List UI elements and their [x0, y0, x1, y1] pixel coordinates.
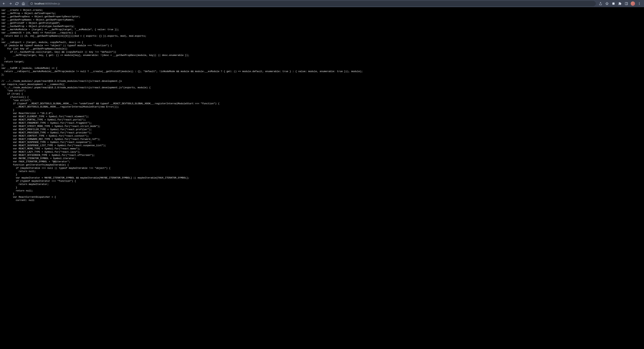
page-content[interactable]: var __create = Object.create; var __defP…: [0, 7, 644, 349]
devtools-button[interactable]: [611, 1, 616, 6]
devtools-icon: [612, 2, 615, 5]
share-button[interactable]: [598, 1, 603, 6]
svg-rect-5: [612, 2, 614, 5]
svg-point-10: [639, 4, 640, 5]
dots-vertical-icon: [638, 2, 641, 5]
share-icon: [599, 2, 602, 5]
arrow-right-icon: [9, 2, 12, 5]
nav-buttons: [2, 1, 26, 6]
puzzle-icon: [618, 2, 622, 5]
svg-marker-4: [606, 2, 608, 5]
info-icon: [30, 2, 33, 5]
svg-point-9: [639, 4, 640, 4]
profile-button[interactable]: [630, 1, 636, 6]
svg-rect-6: [625, 2, 628, 5]
side-panel-button[interactable]: [624, 1, 629, 6]
url-port: :8000: [44, 2, 51, 5]
arrow-left-icon: [2, 2, 6, 5]
menu-button[interactable]: [637, 1, 642, 6]
site-info-icon[interactable]: [30, 2, 33, 5]
side-panel-icon: [625, 2, 628, 5]
avatar-icon: [631, 2, 635, 6]
source-code: var __create = Object.create; var __defP…: [2, 9, 642, 202]
star-icon: [605, 2, 608, 5]
address-bar[interactable]: localhost:8000/index.js: [28, 1, 596, 6]
browser-toolbar: localhost:8000/index.js: [0, 0, 644, 7]
reload-button[interactable]: [14, 1, 20, 6]
forward-button[interactable]: [8, 1, 13, 6]
extensions-button[interactable]: [618, 1, 622, 6]
toolbar-right: [598, 1, 642, 6]
url-host: localhost: [34, 2, 44, 5]
url-text: localhost:8000/index.js: [34, 2, 60, 5]
home-icon: [22, 2, 25, 5]
svg-point-8: [639, 2, 640, 3]
url-path: /index.js: [51, 2, 60, 5]
home-button[interactable]: [21, 1, 26, 6]
bookmark-button[interactable]: [604, 1, 610, 6]
back-button[interactable]: [2, 1, 6, 6]
reload-icon: [15, 2, 18, 5]
